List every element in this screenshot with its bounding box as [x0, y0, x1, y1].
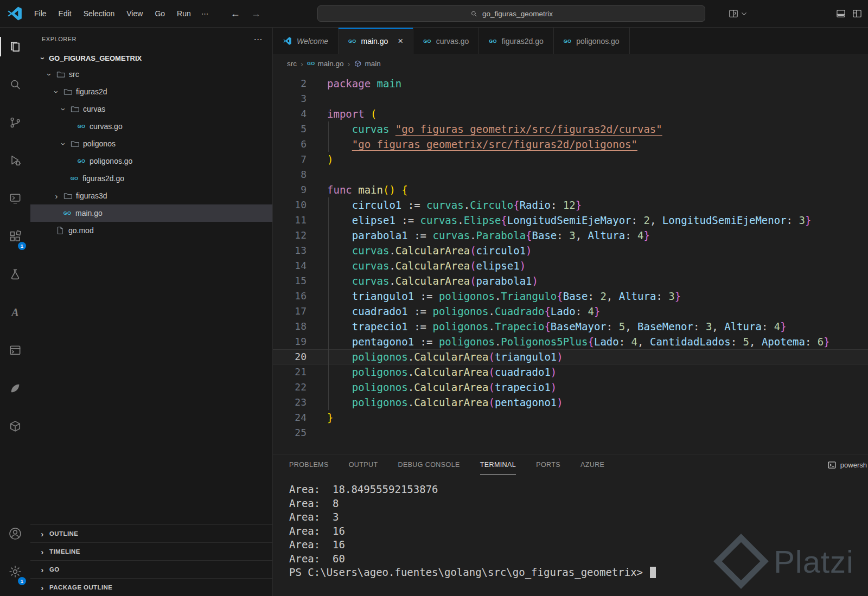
menu-selection[interactable]: Selection: [78, 7, 121, 20]
code-line[interactable]: 16 triangulo1 := poligonos.Triangulo{Bas…: [273, 289, 868, 304]
code-line[interactable]: 24}: [273, 410, 868, 425]
code-line[interactable]: 7): [273, 152, 868, 167]
section-label: TIMELINE: [49, 548, 80, 555]
line-content: elipse1 := curvas.Elipse{LongitudSemiEje…: [307, 213, 811, 228]
editor-layout-icon[interactable]: [728, 8, 739, 19]
arrow-left-icon[interactable]: ←: [231, 8, 240, 20]
code-line[interactable]: 23 poligonos.CalcularArea(pentagono1): [273, 395, 868, 410]
run-debug-icon[interactable]: [0, 142, 30, 180]
menu-edit[interactable]: Edit: [53, 7, 78, 20]
code-line[interactable]: 18 trapecio1 := poligonos.Trapecio{BaseM…: [273, 319, 868, 334]
remote-explorer-icon[interactable]: [0, 180, 30, 217]
close-icon[interactable]: ×: [398, 36, 403, 46]
tab-figuras2d-go[interactable]: GOfiguras2d.go: [479, 28, 553, 54]
code-line[interactable]: 14 curvas.CalcularArea(elipse1): [273, 258, 868, 273]
file-label: main.go: [75, 209, 103, 217]
panel-tab-debug-console[interactable]: DEBUG CONSOLE: [398, 454, 459, 475]
menu-go[interactable]: Go: [149, 7, 171, 20]
customize-layout-icon[interactable]: [852, 8, 863, 19]
explorer-icon[interactable]: [0, 28, 30, 66]
panel-tab-terminal[interactable]: TERMINAL: [480, 454, 516, 475]
code-line[interactable]: 20 poligonos.CalcularArea(triangulo1): [273, 349, 868, 364]
more-actions-icon[interactable]: ⋯: [254, 34, 263, 44]
code-line[interactable]: 3: [273, 91, 868, 106]
breadcrumb-item-src[interactable]: src: [287, 60, 297, 68]
file-label: curvas.go: [90, 122, 123, 131]
breadcrumb-item-main-go[interactable]: GOmain.go: [307, 60, 343, 68]
more-icon[interactable]: ⋯: [197, 7, 213, 20]
code-line[interactable]: 8: [273, 167, 868, 182]
terminal-shell-picker[interactable]: powersh: [827, 460, 868, 470]
tree-root-folder[interactable]: › GO_FIGURAS_GEOMETRIX: [30, 50, 272, 66]
line-number: 18: [273, 319, 307, 334]
code-line[interactable]: 21 poligonos.CalcularArea(cuadrado1): [273, 364, 868, 380]
tree-item-curvas[interactable]: ›curvas: [30, 100, 272, 118]
code-line[interactable]: 15 curvas.CalcularArea(parabola1): [273, 273, 868, 289]
menu-run[interactable]: Run: [171, 7, 197, 20]
code-line[interactable]: 9func main() {: [273, 182, 868, 197]
tab-curvas-go[interactable]: GOcurvas.go: [413, 28, 479, 54]
code-line[interactable]: 4import (: [273, 106, 868, 121]
container-icon[interactable]: [0, 407, 30, 445]
tab-poligonos-go[interactable]: GOpoligonos.go: [554, 28, 630, 54]
breadcrumb-item-main[interactable]: main: [354, 60, 380, 68]
code-line[interactable]: 10 circulo1 := curvas.Circulo{Radio: 12}: [273, 197, 868, 213]
tree-item-figuras3d[interactable]: ›figuras3d: [30, 187, 272, 204]
code-line[interactable]: 5 curvas "go_figuras_geometrix/src/figur…: [273, 121, 868, 137]
code-line[interactable]: 25: [273, 425, 868, 440]
section-package-outline[interactable]: ›PACKAGE OUTLINE: [30, 578, 272, 596]
tree-item-curvas-go[interactable]: GOcurvas.go: [30, 118, 272, 135]
tree-item-src[interactable]: ›src: [30, 66, 272, 83]
search-icon[interactable]: [0, 66, 30, 104]
activity-bar-bottom: 1: [0, 515, 30, 591]
testing-icon[interactable]: [0, 255, 30, 293]
leaf-icon[interactable]: [0, 369, 30, 407]
chevron-right-icon: ›: [39, 584, 46, 592]
file-label: go.mod: [68, 226, 94, 235]
line-number: 20: [273, 349, 307, 364]
account-icon[interactable]: [0, 515, 30, 553]
panel-layout-icon[interactable]: [835, 8, 846, 19]
browser-window-icon[interactable]: [0, 331, 30, 369]
arrow-right-icon[interactable]: →: [251, 8, 261, 20]
tab-main-go[interactable]: GOmain.go×: [339, 28, 413, 54]
gear-icon[interactable]: 1: [0, 553, 30, 591]
code-line[interactable]: 22 poligonos.CalcularArea(trapecio1): [273, 380, 868, 395]
line-content: [307, 425, 327, 440]
search-value: go_figuras_geometrix: [482, 10, 553, 18]
chevron-down-icon[interactable]: [741, 10, 748, 17]
panel-tab-azure[interactable]: AZURE: [580, 454, 604, 475]
panel-tab-problems[interactable]: PROBLEMS: [289, 454, 329, 475]
code-line[interactable]: 2package main: [273, 76, 868, 91]
tree-item-figuras2d-go[interactable]: GOfiguras2d.go: [30, 170, 272, 187]
code-line[interactable]: 6 "go_figuras_geometrix/src/figuras2d/po…: [273, 137, 868, 152]
tab-welcome[interactable]: Welcome: [273, 28, 339, 54]
code-line[interactable]: 13 curvas.CalcularArea(circulo1): [273, 243, 868, 258]
code-line[interactable]: 11 elipse1 := curvas.Elipse{LongitudSemi…: [273, 213, 868, 228]
menu-view[interactable]: View: [120, 7, 149, 20]
panel-tab-ports[interactable]: PORTS: [536, 454, 560, 475]
section-timeline[interactable]: ›TIMELINE: [30, 542, 272, 560]
tree-item-go-mod[interactable]: go.mod: [30, 222, 272, 239]
code-line[interactable]: 17 cuadrado1 := poligonos.Cuadrado{Lado:…: [273, 304, 868, 319]
tree-item-poligonos[interactable]: ›poligonos: [30, 135, 272, 152]
code-line[interactable]: 12 parabola1 := curvas.Parabola{Base: 3,…: [273, 228, 868, 243]
code-editor[interactable]: 2package main34import (5 curvas "go_figu…: [273, 73, 868, 454]
folder-icon: [62, 191, 74, 201]
tree-item-figuras2d[interactable]: ›figuras2d: [30, 83, 272, 100]
line-number: 2: [273, 76, 307, 91]
panel-tab-output[interactable]: OUTPUT: [349, 454, 378, 475]
chevron-right-icon: ›: [39, 548, 46, 556]
command-center-search[interactable]: go_figuras_geometrix: [317, 5, 705, 22]
code-line[interactable]: 19 pentagono1 := poligonos.Poligonos5Plu…: [273, 334, 868, 349]
source-control-icon[interactable]: [0, 104, 30, 142]
azure-icon[interactable]: A: [0, 293, 30, 331]
tree-item-main-go[interactable]: GOmain.go: [30, 204, 272, 222]
section-go[interactable]: ›GO: [30, 560, 272, 578]
line-content: trapecio1 := poligonos.Trapecio{BaseMayo…: [307, 319, 787, 334]
extensions-icon[interactable]: 1: [0, 217, 30, 255]
line-content: [307, 91, 327, 106]
menu-file[interactable]: File: [28, 7, 53, 20]
tree-item-poligonos-go[interactable]: GOpoligonos.go: [30, 152, 272, 170]
section-outline[interactable]: ›OUTLINE: [30, 524, 272, 542]
